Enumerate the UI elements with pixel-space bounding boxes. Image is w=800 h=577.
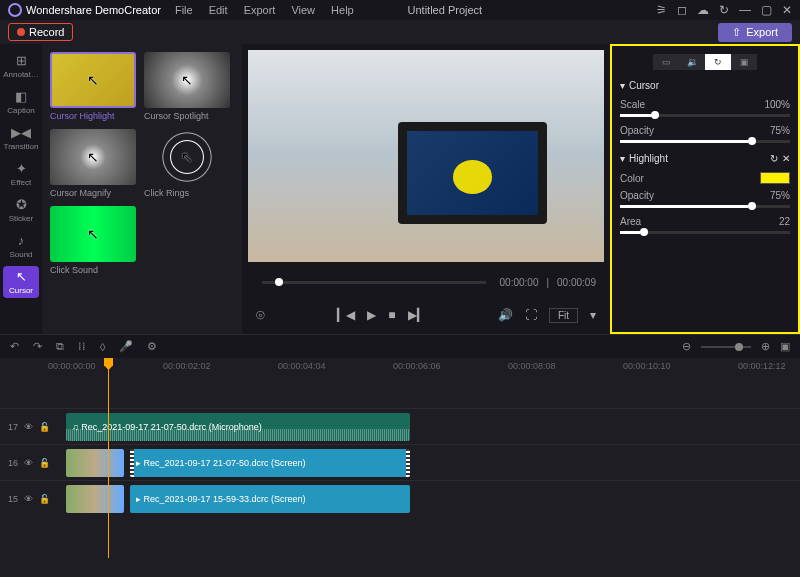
redo-icon[interactable]: ↷ bbox=[33, 340, 42, 353]
cart-icon[interactable]: ⚞ bbox=[656, 3, 667, 17]
menu-edit[interactable]: Edit bbox=[209, 4, 228, 16]
lock-icon[interactable]: 🔓 bbox=[39, 422, 50, 432]
clip-video[interactable]: ▸ Rec_2021-09-17 15-59-33.dcrc (Screen) bbox=[130, 485, 410, 513]
fit-dropdown[interactable]: Fit bbox=[549, 308, 578, 323]
volume-icon[interactable]: 🔊 bbox=[498, 308, 513, 322]
highlight-header[interactable]: ▾ Highlight ↻ ✕ bbox=[620, 153, 790, 164]
track-head: 15👁🔓 bbox=[0, 494, 48, 504]
user-icon[interactable]: ◻ bbox=[677, 3, 687, 17]
sidebar-item-transition[interactable]: ▶◀Transition bbox=[3, 122, 39, 154]
cursor-header[interactable]: ▾ Cursor bbox=[620, 80, 790, 91]
maximize-icon[interactable]: ▢ bbox=[761, 3, 772, 17]
hl-opacity-label: Opacity bbox=[620, 190, 654, 201]
clip-thumb[interactable] bbox=[66, 485, 124, 513]
toolbar: Record ⇧ Export bbox=[0, 20, 800, 44]
title-bar: Wondershare DemoCreator File Edit Export… bbox=[0, 0, 800, 20]
next-button[interactable]: ▶▎ bbox=[408, 308, 426, 322]
split-icon[interactable]: ⁞⁞ bbox=[78, 340, 86, 353]
eye-icon[interactable]: 👁 bbox=[24, 494, 33, 504]
sidebar-item-effect[interactable]: ✦Effect bbox=[3, 158, 39, 190]
effect-thumb: ↖ bbox=[50, 129, 136, 185]
sidebar-item-caption[interactable]: ◧Caption bbox=[3, 86, 39, 118]
crop-icon[interactable]: ⧉ bbox=[56, 340, 64, 353]
sidebar-item-sound[interactable]: ♪Sound bbox=[3, 230, 39, 262]
export-button[interactable]: ⇧ Export bbox=[718, 23, 792, 42]
menu-file[interactable]: File bbox=[175, 4, 193, 16]
play-button[interactable]: ▶ bbox=[367, 308, 376, 322]
clip-thumb[interactable] bbox=[66, 449, 124, 477]
effect-cursor-spotlight[interactable]: ↖Cursor Spotlight bbox=[144, 52, 230, 121]
mic-icon[interactable]: 🎤 bbox=[119, 340, 133, 353]
lock-icon[interactable]: 🔓 bbox=[39, 494, 50, 504]
sidebar-item-sticker[interactable]: ✪Sticker bbox=[3, 194, 39, 226]
track-num: 15 bbox=[8, 494, 18, 504]
gear-icon[interactable]: ⚙ bbox=[147, 340, 157, 353]
eye-icon[interactable]: 👁 bbox=[24, 422, 33, 432]
menu-help[interactable]: Help bbox=[331, 4, 354, 16]
clip-audio[interactable]: ♫ Rec_2021-09-17 21-07-50.dcrc (Micropho… bbox=[66, 413, 410, 441]
effect-click-rings[interactable]: ↖Click Rings bbox=[144, 129, 230, 198]
seek-handle[interactable] bbox=[275, 278, 283, 286]
fullscreen-icon[interactable]: ⛶ bbox=[525, 308, 537, 322]
scale-slider[interactable] bbox=[620, 114, 790, 117]
menu-view[interactable]: View bbox=[291, 4, 315, 16]
zoom-slider[interactable] bbox=[701, 346, 751, 348]
track-17[interactable]: 17👁🔓♫ Rec_2021-09-17 21-07-50.dcrc (Micr… bbox=[0, 408, 800, 444]
zoom-in-icon[interactable]: ⊕ bbox=[761, 340, 770, 353]
properties-panel: ▭ 🔉 ↻ ▣ ▾ Cursor Scale100% Opacity75% ▾ … bbox=[610, 44, 800, 334]
effect-cursor-highlight[interactable]: ↖Cursor Highlight bbox=[50, 52, 136, 121]
prop-tab-other[interactable]: ▣ bbox=[731, 54, 757, 70]
area-slider[interactable] bbox=[620, 231, 790, 234]
color-swatch[interactable] bbox=[760, 172, 790, 184]
cursor-opacity-value: 75% bbox=[770, 125, 790, 136]
prop-tab-video[interactable]: ▭ bbox=[653, 54, 679, 70]
sidebar-item-cursor[interactable]: ↖Cursor bbox=[3, 266, 39, 298]
marker-icon[interactable]: ◊ bbox=[100, 341, 105, 353]
side-icon: ◧ bbox=[15, 89, 27, 104]
refresh-icon[interactable]: ↻ bbox=[719, 3, 729, 17]
hl-opacity-value: 75% bbox=[770, 190, 790, 201]
cursor-section: ▾ Cursor Scale100% Opacity75% bbox=[620, 80, 790, 143]
close-icon[interactable]: ✕ bbox=[782, 3, 792, 17]
effect-thumb: ↖ bbox=[144, 52, 230, 108]
cursor-title: Cursor bbox=[629, 80, 659, 91]
stop-button[interactable]: ■ bbox=[388, 308, 395, 322]
sidebar-item-annotat…[interactable]: ⊞Annotat… bbox=[3, 50, 39, 82]
fit-chevron-icon[interactable]: ▾ bbox=[590, 308, 596, 322]
eye-icon[interactable]: 👁 bbox=[24, 458, 33, 468]
effect-cursor-magnify[interactable]: ↖Cursor Magnify bbox=[50, 129, 136, 198]
prop-tab-cursor[interactable]: ↻ bbox=[705, 54, 731, 70]
menu-export[interactable]: Export bbox=[244, 4, 276, 16]
track-15[interactable]: 15👁🔓▸ Rec_2021-09-17 15-59-33.dcrc (Scre… bbox=[0, 480, 800, 516]
cursor-highlight-graphic bbox=[453, 160, 492, 193]
snapshot-icon[interactable]: ⦾ bbox=[256, 309, 265, 322]
effect-label: Cursor Magnify bbox=[50, 188, 136, 198]
side-label: Sound bbox=[9, 250, 32, 259]
clip-video[interactable]: ▸ Rec_2021-09-17 21-07-50.dcrc (Screen) bbox=[130, 449, 410, 477]
remove-icon[interactable]: ✕ bbox=[782, 153, 790, 164]
playhead[interactable] bbox=[108, 358, 109, 558]
lock-icon[interactable]: 🔓 bbox=[39, 458, 50, 468]
record-button[interactable]: Record bbox=[8, 23, 73, 41]
cloud-icon[interactable]: ☁ bbox=[697, 3, 709, 17]
track-16[interactable]: 16👁🔓▸ Rec_2021-09-17 21-07-50.dcrc (Scre… bbox=[0, 444, 800, 480]
effect-label: Click Sound bbox=[50, 265, 136, 275]
seek-bar[interactable] bbox=[262, 281, 486, 284]
zoom-out-icon[interactable]: ⊖ bbox=[682, 340, 691, 353]
timeline-ruler[interactable]: 00:00:00:0000:00:02:0200:00:04:0400:00:0… bbox=[0, 358, 800, 378]
preview-screen[interactable] bbox=[248, 50, 604, 262]
fit-timeline-icon[interactable]: ▣ bbox=[780, 340, 790, 353]
reset-icon[interactable]: ↻ bbox=[770, 153, 778, 164]
undo-icon[interactable]: ↶ bbox=[10, 340, 19, 353]
hl-opacity-slider[interactable] bbox=[620, 205, 790, 208]
minimize-icon[interactable]: — bbox=[739, 3, 751, 17]
effect-click-sound[interactable]: ↖Click Sound bbox=[50, 206, 136, 275]
prop-tab-audio[interactable]: 🔉 bbox=[679, 54, 705, 70]
side-label: Transition bbox=[4, 142, 39, 151]
cursor-opacity-slider[interactable] bbox=[620, 140, 790, 143]
sidebar: ⊞Annotat…◧Caption▶◀Transition✦Effect✪Sti… bbox=[0, 44, 42, 334]
window-controls: ⚞ ◻ ☁ ↻ — ▢ ✕ bbox=[656, 3, 792, 17]
prev-button[interactable]: ▎◀ bbox=[337, 308, 355, 322]
highlight-title: Highlight bbox=[629, 153, 668, 164]
track-head: 16👁🔓 bbox=[0, 458, 48, 468]
